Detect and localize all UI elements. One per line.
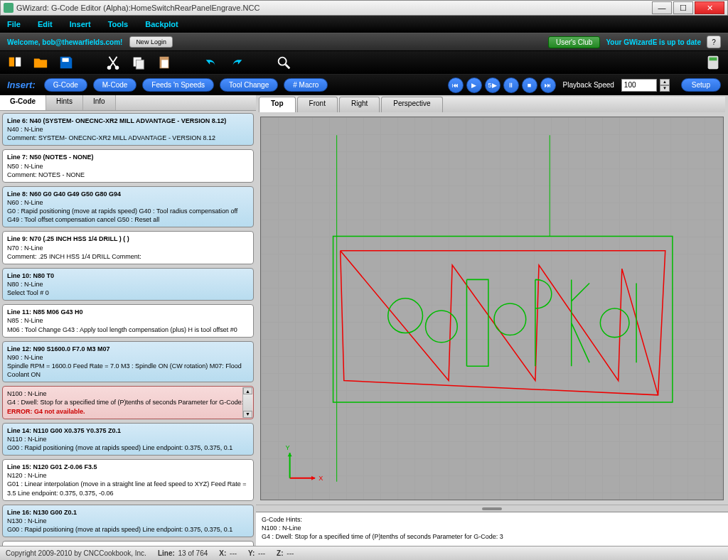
tab-top[interactable]: Top (259, 97, 296, 112)
code-line[interactable]: Line 8: N60 G0 G40 G49 G50 G80 G94N60 : … (2, 186, 254, 228)
redo-icon[interactable] (229, 55, 245, 70)
copy-icon[interactable] (131, 55, 146, 70)
left-panel: G-Code Hints Info Line 6: N40 (SYSTEM- O… (0, 95, 256, 546)
backplot-viewport[interactable]: X Y (260, 117, 724, 500)
status-z-label: Z: (277, 549, 283, 557)
tab-right[interactable]: Right (339, 97, 380, 112)
minimize-button[interactable]: — (652, 1, 672, 14)
statusbar: Copyright 2009-2010 by CNCCookbook, Inc.… (0, 546, 728, 560)
hints-panel: G-Code Hints: N100 : N-Line G4 : Dwell: … (256, 512, 728, 546)
welcome-text: Welcome, bob@thewarfields.com! (7, 38, 122, 46)
scroll-up-icon[interactable]: ▲ (243, 387, 252, 394)
close-button[interactable]: ✕ (695, 1, 724, 14)
step-button[interactable]: 5▶ (485, 77, 500, 93)
insert-toolchange-button[interactable]: Tool Change (220, 78, 278, 92)
app-icon (4, 3, 14, 13)
status-line-label: Line: (158, 549, 175, 557)
save-icon[interactable] (58, 55, 74, 70)
code-line[interactable]: Line 6: N40 (SYSTEM- ONECNC-XR2 MILL ADV… (2, 113, 254, 146)
hints-label: G-Code Hints: (262, 515, 722, 524)
insert-macro-button[interactable]: # Macro (284, 78, 328, 92)
svg-rect-9 (710, 58, 717, 61)
status-x-value: --- (230, 549, 237, 557)
search-icon[interactable] (276, 55, 291, 70)
hints-line1: N100 : N-Line (262, 524, 722, 532)
folder-icon[interactable] (33, 55, 48, 70)
svg-rect-6 (161, 60, 168, 68)
toolpath-svg: X Y (261, 117, 723, 500)
update-status: Your GWizardE is up to date (606, 38, 701, 46)
insert-label: Insert: (7, 80, 36, 90)
svg-rect-4 (136, 60, 144, 69)
svg-point-11 (388, 298, 423, 333)
svg-point-12 (426, 311, 458, 343)
tab-gcode[interactable]: G-Code (0, 95, 46, 110)
status-z-value: --- (287, 549, 294, 557)
code-line[interactable]: Line 17: N140 Y3.625N140 : N-LineLine en… (2, 541, 254, 546)
window-titlebar: GWizard: G-Code Editor (Alpha):HomeSwitc… (0, 0, 728, 16)
welcome-bar: Welcome, bob@thewarfields.com! New Login… (0, 33, 728, 51)
maximize-button[interactable]: ☐ (673, 1, 693, 14)
code-line[interactable]: N100 : N-LineG4 : Dwell: Stop for a spec… (2, 386, 254, 419)
code-line[interactable]: Line 15: N120 G01 Z-0.06 F3.5N120 : N-Li… (2, 459, 254, 501)
rewind-button[interactable]: ⏮ (448, 77, 464, 93)
spinner-down-icon[interactable]: ▼ (660, 85, 670, 92)
code-line[interactable]: Line 11: N85 M06 G43 H0N85 : N-LineM06 :… (2, 304, 254, 337)
hints-resize-handle[interactable] (256, 505, 728, 512)
book-icon[interactable] (7, 55, 23, 70)
menu-insert[interactable]: Insert (70, 20, 91, 28)
insert-bar: Insert: G-Code M-Code Feeds 'n Speeds To… (0, 74, 728, 95)
window-title: GWizard: G-Code Editor (Alpha):HomeSwitc… (16, 4, 259, 12)
svg-point-13 (494, 303, 526, 335)
cut-icon[interactable] (105, 55, 121, 70)
code-line[interactable]: Line 12: N90 S1600.0 F7.0 M3 M07N90 : N-… (2, 341, 254, 383)
tab-perspective[interactable]: Perspective (381, 97, 442, 112)
playback-speed-spinner[interactable]: ▲ ▼ (660, 79, 670, 92)
setup-button[interactable]: Setup (681, 78, 721, 92)
code-line[interactable]: Line 9: N70 (.25 INCH HSS 1/4 DRILL ) ( … (2, 231, 254, 264)
svg-rect-0 (63, 58, 69, 63)
svg-point-14 (600, 308, 629, 338)
menu-edit[interactable]: Edit (38, 20, 53, 28)
code-list[interactable]: Line 6: N40 (SYSTEM- ONECNC-XR2 MILL ADV… (0, 111, 256, 546)
code-line[interactable]: Line 10: N80 T0N80 : N-LineSelect Tool #… (2, 268, 254, 301)
tab-hints[interactable]: Hints (46, 95, 83, 110)
copyright: Copyright 2009-2010 by CNCCookbook, Inc. (6, 549, 146, 557)
users-club-button[interactable]: User's Club (548, 36, 600, 48)
pause-button[interactable]: ⏸ (503, 77, 519, 93)
undo-icon[interactable] (203, 55, 219, 70)
fastforward-button[interactable]: ⏭ (540, 77, 556, 93)
scroll-down-icon[interactable]: ▼ (243, 411, 252, 418)
code-line[interactable]: Line 14: N110 G00 X0.375 Y0.375 Z0.1N110… (2, 423, 254, 456)
tab-info[interactable]: Info (83, 95, 116, 110)
menu-backplot[interactable]: Backplot (145, 20, 178, 28)
insert-mcode-button[interactable]: M-Code (93, 78, 137, 92)
svg-point-2 (115, 66, 119, 70)
insert-gcode-button[interactable]: G-Code (44, 78, 87, 92)
calculator-icon[interactable] (705, 55, 721, 70)
insert-feeds-button[interactable]: Feeds 'n Speeds (142, 78, 214, 92)
menubar: File Edit Insert Tools Backplot (0, 16, 728, 33)
spinner-up-icon[interactable]: ▲ (660, 79, 670, 85)
help-button[interactable]: ? (707, 36, 721, 48)
tab-front[interactable]: Front (297, 97, 338, 112)
play-button[interactable]: ▶ (466, 77, 482, 93)
status-x-label: X: (219, 549, 226, 557)
svg-text:Y: Y (286, 444, 290, 451)
playback-speed-input[interactable] (621, 79, 657, 92)
svg-point-7 (279, 58, 287, 65)
svg-point-1 (107, 66, 112, 70)
svg-marker-18 (311, 476, 315, 480)
svg-text:X: X (318, 475, 323, 482)
code-line[interactable]: Line 7: N50 (NOTES - NONE)N50 : N-LineCo… (2, 149, 254, 182)
status-y-label: Y: (248, 549, 255, 557)
menu-file[interactable]: File (7, 20, 21, 28)
status-y-value: --- (258, 549, 265, 557)
hints-line2: G4 : Dwell: Stop for a specified time of… (262, 532, 722, 541)
toolbar (0, 51, 728, 74)
new-login-button[interactable]: New Login (129, 36, 173, 48)
paste-icon[interactable] (156, 55, 172, 70)
stop-button[interactable]: ■ (522, 77, 537, 93)
menu-tools[interactable]: Tools (108, 20, 129, 28)
code-line[interactable]: Line 16: N130 G00 Z0.1N130 : N-LineG00 :… (2, 505, 254, 537)
